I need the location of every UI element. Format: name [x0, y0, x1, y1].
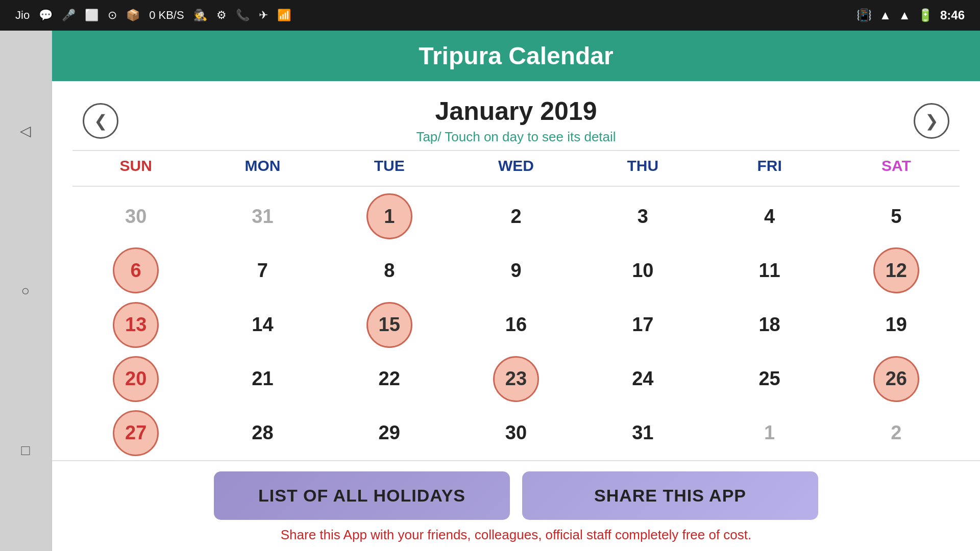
- day-28-mon[interactable]: 28: [239, 410, 285, 456]
- send-icon: ✈: [259, 9, 268, 22]
- day-cell: 22: [326, 356, 453, 402]
- day-5-sat[interactable]: 5: [873, 193, 919, 239]
- day-cell: 14: [199, 302, 326, 348]
- day-30-sun[interactable]: 30: [113, 193, 159, 239]
- tap-instruction: Tap/ Touch on day to see its detail: [416, 129, 616, 145]
- day-31-mon[interactable]: 31: [239, 193, 285, 239]
- main-container: ◁ ○ □ Tripura Calendar ❮ January 2019 Ta…: [0, 31, 980, 551]
- day-cell: 10: [579, 247, 706, 293]
- day-1-tue[interactable]: 1: [366, 193, 412, 239]
- calendar-week-4: 20212223242526: [72, 352, 960, 406]
- day-26-sat[interactable]: 26: [873, 356, 919, 402]
- day-3-thu[interactable]: 3: [620, 193, 666, 239]
- calendar-week-1: 303112345: [72, 189, 960, 243]
- day-8-tue[interactable]: 8: [366, 247, 412, 293]
- loader-icon: ⚙: [216, 9, 227, 22]
- day-cell: 30: [453, 410, 579, 456]
- day-cell: 2: [833, 410, 960, 456]
- day-cell: 2: [453, 193, 579, 239]
- day-20-sun[interactable]: 20: [113, 356, 159, 402]
- day-cell: 31: [199, 193, 326, 239]
- day-15-tue[interactable]: 15: [366, 302, 412, 348]
- share-app-button[interactable]: SHARE THIS APP: [522, 471, 818, 520]
- day-cell: 24: [579, 356, 706, 402]
- day-header-tue: TUE: [326, 151, 453, 181]
- day-cell: 4: [706, 193, 832, 239]
- calendar-week-3: 13141516171819: [72, 297, 960, 352]
- day-10-thu[interactable]: 10: [620, 247, 666, 293]
- app-header: Tripura Calendar: [52, 31, 980, 81]
- day-14-mon[interactable]: 14: [239, 302, 285, 348]
- day-22-tue[interactable]: 22: [366, 356, 412, 402]
- day-cell: 17: [579, 302, 706, 348]
- calendar-week-5: 272829303112: [72, 406, 960, 460]
- app-container: Tripura Calendar ❮ January 2019 Tap/ Tou…: [51, 31, 980, 551]
- status-bar: Jio 💬 🎤 ⬜ ⊙ 📦 0 KB/S 🕵 ⚙ 📞 ✈ 📶 📳 ▲ ▲ 🔋 8…: [0, 0, 980, 31]
- day-cell: 5: [833, 193, 960, 239]
- day-cell: 15: [326, 302, 453, 348]
- day-header-thu: THU: [579, 151, 706, 181]
- bottom-buttons: LIST OF ALL HOLIDAYS SHARE THIS APP: [72, 471, 960, 520]
- clock: 8:46: [940, 8, 965, 22]
- day-cell: 19: [833, 302, 960, 348]
- recents-nav-icon[interactable]: □: [13, 438, 38, 463]
- day-cell: 26: [833, 356, 960, 402]
- day-21-mon[interactable]: 21: [239, 356, 285, 402]
- day-23-wed[interactable]: 23: [493, 356, 539, 402]
- next-month-button[interactable]: ❯: [914, 103, 949, 139]
- day-17-thu[interactable]: 17: [620, 302, 666, 348]
- status-icons-right: 📳 ▲ ▲ 🔋 8:46: [856, 8, 965, 22]
- day-2-wed[interactable]: 2: [493, 193, 539, 239]
- day-header-wed: WED: [453, 151, 579, 181]
- day-cell: 31: [579, 410, 706, 456]
- day-cell: 16: [453, 302, 579, 348]
- month-title: January 2019: [416, 96, 616, 126]
- square-icon: ⬜: [85, 9, 99, 22]
- messages-icon: 💬: [39, 9, 53, 22]
- home-nav-icon[interactable]: ○: [13, 278, 38, 304]
- day-9-wed[interactable]: 9: [493, 247, 539, 293]
- incognito-icon: 🕵: [193, 9, 207, 22]
- calendar-week-2: 6789101112: [72, 243, 960, 297]
- day-13-sun[interactable]: 13: [113, 302, 159, 348]
- day-cell: 30: [72, 193, 199, 239]
- list-holidays-button[interactable]: LIST OF ALL HOLIDAYS: [214, 471, 510, 520]
- day-cell: 20: [72, 356, 199, 402]
- day-11-fri[interactable]: 11: [747, 247, 793, 293]
- day-18-fri[interactable]: 18: [747, 302, 793, 348]
- day-29-tue[interactable]: 29: [366, 410, 412, 456]
- calendar-grid: SUN MON TUE WED THU FRI SAT 303112345678…: [52, 151, 980, 460]
- vibrate-icon: 📳: [856, 8, 872, 22]
- day-2-sat[interactable]: 2: [873, 410, 919, 456]
- day-16-wed[interactable]: 16: [493, 302, 539, 348]
- month-navigation: ❮ January 2019 Tap/ Touch on day to see …: [52, 81, 980, 150]
- prev-month-button[interactable]: ❮: [83, 103, 118, 139]
- day-27-sun[interactable]: 27: [113, 410, 159, 456]
- day-25-fri[interactable]: 25: [747, 356, 793, 402]
- day-30-wed[interactable]: 30: [493, 410, 539, 456]
- day-cell: 1: [706, 410, 832, 456]
- day-cell: 3: [579, 193, 706, 239]
- back-nav-icon[interactable]: ◁: [13, 118, 38, 144]
- battery-icon: 🔋: [918, 8, 933, 22]
- day-cell: 7: [199, 247, 326, 293]
- day-4-fri[interactable]: 4: [747, 193, 793, 239]
- day-6-sun[interactable]: 6: [113, 247, 159, 293]
- day-cell: 28: [199, 410, 326, 456]
- wifi-slash-icon: 📶: [277, 9, 291, 22]
- amazon-icon: 📦: [126, 9, 140, 22]
- day-cell: 8: [326, 247, 453, 293]
- day-1-fri[interactable]: 1: [747, 410, 793, 456]
- day-12-sat[interactable]: 12: [873, 247, 919, 293]
- day-cell: 1: [326, 193, 453, 239]
- share-text: Share this App with your friends, collea…: [72, 527, 960, 543]
- nav-strip: ◁ ○ □: [0, 31, 51, 551]
- day-31-thu[interactable]: 31: [620, 410, 666, 456]
- day-cell: 6: [72, 247, 199, 293]
- day-header-fri: FRI: [706, 151, 832, 181]
- status-icons-left: Jio 💬 🎤 ⬜ ⊙ 📦 0 KB/S 🕵 ⚙ 📞 ✈ 📶: [15, 9, 291, 22]
- day-24-thu[interactable]: 24: [620, 356, 666, 402]
- day-19-sat[interactable]: 19: [873, 302, 919, 348]
- day-7-mon[interactable]: 7: [239, 247, 285, 293]
- phone-icon: 📞: [236, 9, 250, 22]
